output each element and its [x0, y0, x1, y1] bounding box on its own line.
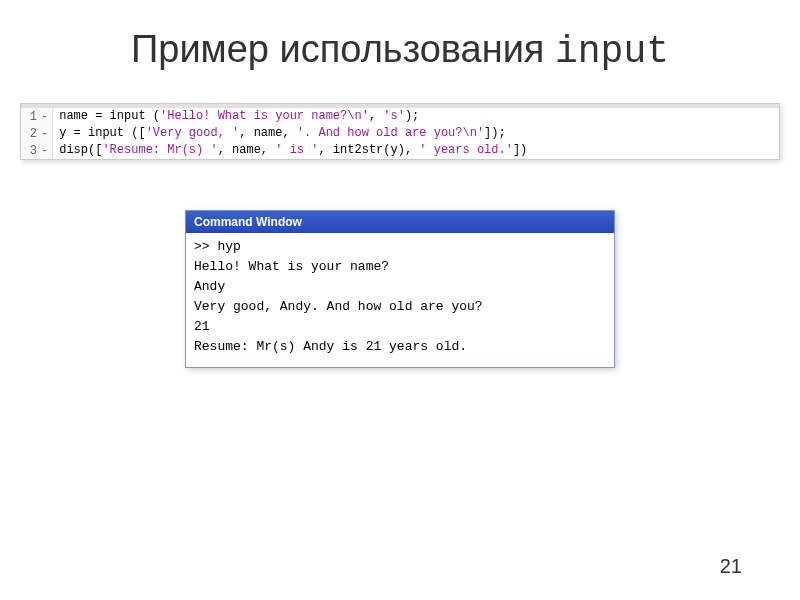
console-line: Hello! What is your name?	[194, 257, 606, 277]
console-line: Andy	[194, 277, 606, 297]
code-line: disp(['Resume: Mr(s) ', name, ' is ', in…	[53, 142, 779, 159]
command-window-title: Command Window	[186, 211, 614, 233]
code-body: 1- 2- 3- name = input ('Hello! What is y…	[21, 108, 779, 159]
line-number: 1-	[21, 108, 52, 125]
console-line: Very good, Andy. And how old are you?	[194, 297, 606, 317]
code-line: y = input (['Very good, ', name, '. And …	[53, 125, 779, 142]
slide-title: Пример использования input	[0, 0, 800, 103]
console-line: 21	[194, 317, 606, 337]
console-line: >> hyp	[194, 237, 606, 257]
code-lines: name = input ('Hello! What is your name?…	[53, 108, 779, 159]
code-line: name = input ('Hello! What is your name?…	[53, 108, 779, 125]
console-line: Resume: Mr(s) Andy is 21 years old.	[194, 337, 606, 357]
line-number: 3-	[21, 142, 52, 159]
line-numbers: 1- 2- 3-	[21, 108, 53, 159]
code-editor: 1- 2- 3- name = input ('Hello! What is y…	[20, 103, 780, 160]
title-text: Пример использования	[131, 28, 555, 70]
title-mono: input	[555, 30, 669, 73]
command-window: Command Window >> hyp Hello! What is you…	[185, 210, 615, 368]
page-number: 21	[720, 555, 742, 578]
command-window-body: >> hyp Hello! What is your name? Andy Ve…	[186, 233, 614, 367]
line-number: 2-	[21, 125, 52, 142]
